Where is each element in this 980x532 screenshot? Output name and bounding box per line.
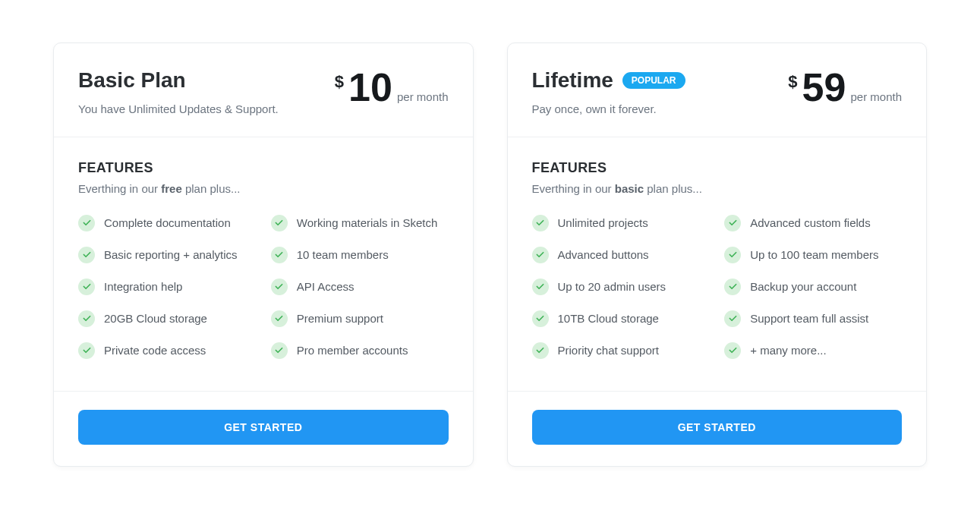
feature-item: Up to 100 team members	[724, 247, 902, 263]
feature-item: Support team full assist	[724, 310, 902, 327]
feature-item: 10 team members	[271, 247, 449, 263]
check-icon	[78, 215, 95, 231]
feature-item: Premium support	[271, 310, 449, 327]
plan-title-block: Lifetime POPULAR Pay once, own it foreve…	[532, 68, 685, 115]
check-icon	[271, 310, 288, 327]
plan-header: Lifetime POPULAR Pay once, own it foreve…	[508, 43, 927, 137]
feature-item: Pro member accounts	[271, 342, 449, 359]
feature-item: Private code access	[78, 342, 256, 359]
features-sub-prefix: Everthing in our	[78, 182, 161, 195]
check-icon	[271, 342, 288, 359]
feature-text: Basic reporting + analytics	[104, 248, 238, 261]
feature-column-2: Working materials in Sketch 10 team memb…	[271, 215, 449, 374]
price-value: 10	[348, 68, 392, 107]
plan-footer: GET STARTED	[54, 391, 473, 466]
features-sub-bold: free	[161, 182, 182, 195]
feature-text: Backup your account	[750, 280, 856, 293]
feature-text: 20GB Cloud storage	[104, 312, 207, 325]
price-period: per month	[850, 90, 902, 103]
feature-text: Private code access	[104, 344, 206, 357]
feature-text: API Access	[297, 280, 355, 293]
feature-item: Integration help	[78, 279, 256, 295]
pricing-plans: Basic Plan You have Unlimited Updates & …	[53, 42, 927, 467]
feature-item: 10TB Cloud storage	[532, 310, 710, 327]
feature-text: Premium support	[297, 312, 383, 325]
get-started-button[interactable]: GET STARTED	[78, 410, 449, 445]
feature-text: Support team full assist	[750, 312, 868, 325]
feature-item: Up to 20 admin users	[532, 279, 710, 295]
feature-text: + many more...	[750, 344, 826, 357]
features-sub-bold: basic	[615, 182, 644, 195]
feature-item: Complete documentation	[78, 215, 256, 231]
feature-column-2: Advanced custom fields Up to 100 team me…	[724, 215, 902, 374]
check-icon	[78, 247, 95, 263]
check-icon	[271, 215, 288, 231]
features-subtitle: Everthing in our basic plan plus...	[532, 182, 903, 195]
price-period: per month	[397, 90, 449, 103]
check-icon	[724, 247, 741, 263]
feature-item: Basic reporting + analytics	[78, 247, 256, 263]
plan-body: FEATURES Everthing in our free plan plus…	[54, 137, 473, 391]
feature-text: Advanced custom fields	[750, 216, 870, 229]
currency-symbol: $	[335, 72, 344, 92]
feature-text: Integration help	[104, 280, 182, 293]
features-heading: FEATURES	[532, 160, 903, 176]
feature-columns: Complete documentation Basic reporting +…	[78, 215, 449, 374]
feature-column-1: Unlimited projects Advanced buttons Up t…	[532, 215, 710, 374]
check-icon	[532, 215, 549, 231]
feature-item: Working materials in Sketch	[271, 215, 449, 231]
plan-price: $10 per month	[335, 68, 449, 107]
check-icon	[724, 215, 741, 231]
feature-item: API Access	[271, 279, 449, 295]
plan-title: Lifetime	[532, 68, 613, 93]
feature-text: Up to 100 team members	[750, 248, 878, 261]
feature-item: Unlimited projects	[532, 215, 710, 231]
check-icon	[271, 279, 288, 295]
plan-title-block: Basic Plan You have Unlimited Updates & …	[78, 68, 279, 115]
feature-text: 10 team members	[297, 248, 389, 261]
plan-footer: GET STARTED	[508, 391, 927, 466]
feature-text: 10TB Cloud storage	[558, 312, 659, 325]
features-sub-suffix: plan plus...	[182, 182, 241, 195]
feature-text: Advanced buttons	[558, 248, 649, 261]
feature-text: Complete documentation	[104, 216, 231, 229]
feature-item: + many more...	[724, 342, 902, 359]
features-subtitle: Everthing in our free plan plus...	[78, 182, 449, 195]
check-icon	[78, 310, 95, 327]
features-sub-suffix: plan plus...	[644, 182, 702, 195]
get-started-button[interactable]: GET STARTED	[532, 410, 903, 445]
check-icon	[724, 310, 741, 327]
plan-title-row: Lifetime POPULAR	[532, 68, 685, 93]
price-value: 59	[802, 68, 846, 107]
check-icon	[78, 279, 95, 295]
feature-text: Up to 20 admin users	[558, 280, 666, 293]
plan-subtitle: Pay once, own it forever.	[532, 102, 685, 115]
plan-price: $59 per month	[788, 68, 902, 107]
plan-card-lifetime: Lifetime POPULAR Pay once, own it foreve…	[507, 42, 928, 467]
check-icon	[724, 342, 741, 359]
check-icon	[724, 279, 741, 295]
check-icon	[532, 310, 549, 327]
feature-text: Pro member accounts	[297, 344, 408, 357]
features-sub-prefix: Everthing in our	[532, 182, 615, 195]
check-icon	[532, 279, 549, 295]
popular-badge: POPULAR	[622, 72, 685, 89]
feature-text: Priority chat support	[558, 344, 659, 357]
feature-item: 20GB Cloud storage	[78, 310, 256, 327]
feature-item: Advanced buttons	[532, 247, 710, 263]
check-icon	[78, 342, 95, 359]
feature-text: Unlimited projects	[558, 216, 648, 229]
feature-columns: Unlimited projects Advanced buttons Up t…	[532, 215, 903, 374]
check-icon	[271, 247, 288, 263]
plan-header: Basic Plan You have Unlimited Updates & …	[54, 43, 473, 137]
plan-body: FEATURES Everthing in our basic plan plu…	[508, 137, 927, 391]
feature-item: Backup your account	[724, 279, 902, 295]
check-icon	[532, 342, 549, 359]
feature-text: Working materials in Sketch	[297, 216, 438, 229]
features-heading: FEATURES	[78, 160, 449, 176]
currency-symbol: $	[788, 72, 797, 92]
feature-column-1: Complete documentation Basic reporting +…	[78, 215, 256, 374]
plan-title-row: Basic Plan	[78, 68, 279, 93]
plan-subtitle: You have Unlimited Updates & Support.	[78, 102, 279, 115]
check-icon	[532, 247, 549, 263]
